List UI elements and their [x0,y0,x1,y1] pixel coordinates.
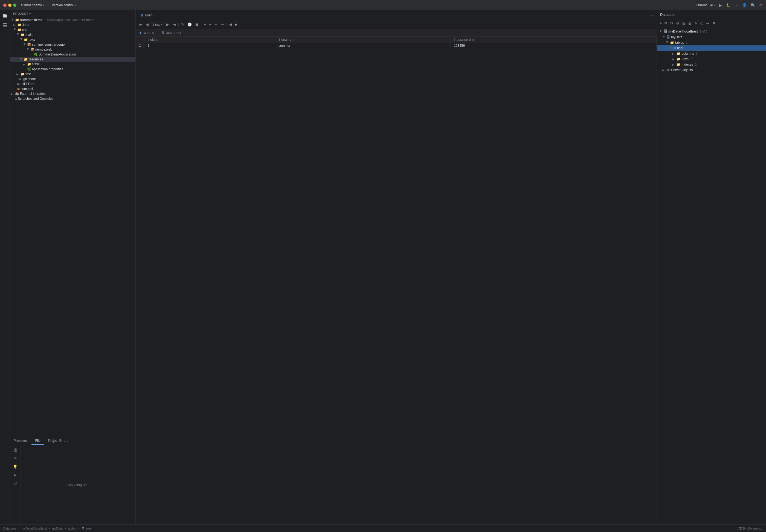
project-selector[interactable]: summer-demo ▾ [21,3,44,7]
copy-button[interactable]: ⧉ [664,20,668,26]
tree-label: .gitignore [22,77,36,81]
db-tables-node[interactable]: ▶ 📁 tables 1 [657,40,766,45]
tree-item-summerdemo[interactable]: ▶ 📦 summer.summerdemo [10,42,135,47]
export-button[interactable]: ⇥ [706,21,710,26]
properties-button[interactable]: ⚙ [675,21,680,26]
tree-item-pomxml[interactable]: m pom.xml [10,86,135,91]
power-icon[interactable]: ⏻ [13,447,18,453]
rows-selector[interactable]: 1 row ▾ [151,22,164,27]
tree-item-test[interactable]: ▶ 📁 test [10,72,135,77]
db-connection-root[interactable]: ▶ 🗄 myData@localhost 1 of 5 [657,28,766,34]
next-change-button[interactable]: ▶ [234,22,239,27]
tab-close-button[interactable]: × [153,14,155,17]
refresh-db-button[interactable]: ↻ [669,21,674,26]
first-page-button[interactable]: ⏮ [138,22,144,27]
tree-item-summer-demo-root[interactable]: ▶ 📁 summer-demo ~/Desktop/projects/summe… [10,17,135,22]
tree-item-main[interactable]: ▶ 📁 main [10,32,135,37]
editor-tab-user[interactable]: ⊞ user × [138,12,158,18]
db-mydata-node[interactable]: ▶ 🗄 myData [657,34,766,40]
version-control-selector[interactable]: Version control ▾ [52,3,76,7]
activity-more-icon[interactable]: ⋯ [1,515,9,523]
bulb-icon[interactable]: 💡 [12,464,18,470]
row-num-header [136,37,144,43]
current-file-selector[interactable]: Current File ▾ [696,3,715,7]
columns-count: 3 [696,52,698,55]
db-user-table[interactable]: ▶ ⊞ user [657,45,766,51]
diagrams-button[interactable]: ◇ [700,21,704,26]
db-indexes-node[interactable]: ▶ 📁 indexes 2 [657,62,766,67]
run-icon[interactable]: ▶ [719,3,722,7]
gear-icon[interactable]: ⚙ [759,3,763,7]
search-icon[interactable]: 🔍 [751,3,755,7]
refresh-button[interactable]: ↻ [180,22,185,27]
last-page-button[interactable]: ⏭ [171,22,177,27]
next-page-button[interactable]: ▶ [165,22,170,27]
status-sep1: › [18,527,19,530]
prev-change-button[interactable]: ◀ [228,22,233,27]
tree-item-java[interactable]: ▶ 📁 java [10,37,135,42]
prev-page-button[interactable]: ◀ [145,22,150,27]
filter-db-button[interactable]: ▼ [712,21,717,26]
remove-row-button[interactable]: − [208,22,212,27]
db-connection-icon: 🗄 [663,29,667,34]
tree-label: src [22,28,27,32]
layout-icon[interactable]: ⊟ [13,480,18,486]
account-icon[interactable]: 👤 [742,3,747,7]
properties-icon: 🌿 [27,67,31,71]
revert-button[interactable]: ↩ [213,22,218,27]
add-row-button[interactable]: + [203,22,207,27]
db-keys-node[interactable]: ▶ 📁 keys 2 [657,56,766,62]
activity-structure-icon[interactable] [1,21,9,28]
eye-icon[interactable]: 👁 [13,455,18,461]
status-right-text: CDSN @warm-s... [738,527,763,530]
tree-path: ~/Desktop/projects/summer-demo [45,18,94,22]
fullscreen-button[interactable] [13,4,16,7]
debug-icon[interactable]: 🐛 [726,3,731,7]
tree-label: .idea [22,23,29,27]
tab-project-errors[interactable]: Project Errors [44,437,72,445]
status-bar: Database › myData@localhost › myData › t… [0,524,766,532]
tree-item-resources[interactable]: ▶ 📁 resources [10,57,135,62]
table-view-button[interactable]: ⊞ [688,21,692,26]
tables-arrow: ▶ [666,41,669,44]
submit-button[interactable]: ↪ [220,22,225,27]
uname-sort-icon[interactable]: ⇅ [292,38,295,41]
tree-item-gitignore[interactable]: ⊘ .gitignore [10,77,135,81]
tree-item-src[interactable]: ▶ 📁 src [10,27,135,32]
database-tree: ▶ 🗄 myData@localhost 1 of 5 ▶ 🗄 myData ▶ [657,27,766,524]
close-button[interactable] [3,4,7,7]
tab-problems[interactable]: Problems [10,437,31,445]
tab-file[interactable]: File [31,437,44,445]
uid-sort-icon[interactable]: ⇅ [156,38,158,41]
tree-item-appprops[interactable]: 🌿 application.properties [10,67,135,72]
tree-item-idea[interactable]: ▶ 📁 .idea [10,22,135,27]
tree-item-static[interactable]: ▶ 📁 static [10,62,135,67]
toolbar-separator: | [178,23,179,27]
play-icon[interactable]: ▶ [13,472,18,478]
password-sort-icon[interactable]: ⇅ [472,38,474,41]
cell-password[interactable]: 123456 [451,43,657,49]
cell-uname[interactable]: summer [275,43,451,49]
tree-item-demos-web[interactable]: ▶ 📦 demos.web [10,47,135,52]
tab-more-button[interactable]: ⋯ [650,13,654,18]
query-console-button[interactable]: ✎ [694,21,698,26]
history-button[interactable]: 🕐 [186,22,193,27]
tree-item-extlibs[interactable]: ▶ 📚 External Libraries [10,91,135,96]
project-dropdown-icon: ▾ [43,4,44,7]
tree-item-scratches[interactable]: ≡ Scratches and Consoles [10,96,135,101]
add-datasource-button[interactable]: + [659,21,662,26]
table-row[interactable]: 1 1 summer 123456 [136,43,657,49]
schema-button[interactable]: ⊟ [682,21,686,26]
stop-button[interactable]: ⏹ [194,22,200,27]
cell-uid[interactable]: 1 [144,43,275,49]
activity-folder-icon[interactable] [1,12,9,20]
settings-icon[interactable]: ⋯ [735,3,738,7]
tree-item-helpmd[interactable]: M↕ HELP.md [10,81,135,86]
tree-item-summerdemoapp[interactable]: 🌿 SummerDemoApplication [10,52,135,57]
db-server-objects[interactable]: ▶ 🖥 Server Objects [657,67,766,73]
status-user: user [86,527,92,530]
db-columns-node[interactable]: ▶ 📁 columns 3 [657,51,766,56]
minimize-button[interactable] [8,4,11,7]
tree-label: resources [29,57,43,61]
scratches-icon: ≡ [15,97,17,101]
